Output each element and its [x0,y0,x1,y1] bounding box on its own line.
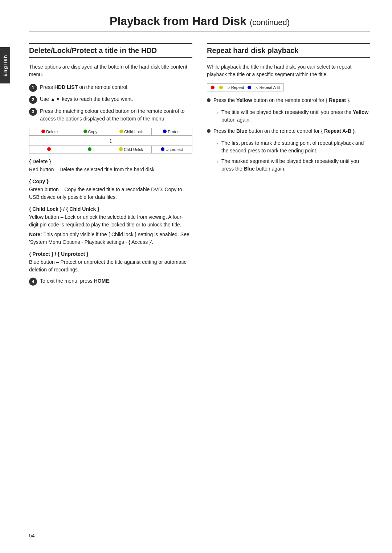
subsection-delete: { Delete } Red button – Delete the selec… [29,159,192,173]
bullet-blue-text: Press the Blue button on the remote cont… [213,127,356,135]
right-section-heading: Repeat hard disk playback [207,43,370,58]
bullet-dot-2 [207,129,211,133]
step-4: 4 To exit the menu, press HOME. [29,277,192,286]
dot-green-1 [83,130,87,133]
bullet-yellow-repeat: Press the Yellow button on the remote co… [207,97,370,104]
dot-red-2 [47,147,51,151]
cell-protect-label: Protect [152,128,192,135]
bullet-yellow-text: Press the Yellow button on the remote co… [213,97,350,104]
arrow-blue-text-2: The marked segment will be played back r… [221,157,370,173]
sidebar-tab: English [0,47,10,83]
protect-heading: { Protect } / { Unprotect } [29,251,192,257]
copy-heading: { Copy } [29,179,192,184]
dot-green-2 [88,147,91,151]
subsection-copy: { Copy } Green button – Copy the selecte… [29,179,192,201]
diagram-row-labels: Delete Copy Child Lock Protect [29,128,192,136]
repeat-ab-label: ○ Repeat A-B [256,85,280,90]
step-1-number: 1 [29,84,37,92]
step-2: 2 Use ▲▼ keys to reach the title you wan… [29,95,192,104]
subsection-protect: { Protect } / { Unprotect } Blue button … [29,251,192,274]
repeat-dot-red [211,86,215,89]
dot-red-1 [41,130,45,133]
diagram-arrow: ↕ [29,136,192,146]
left-intro: These options are displayed at the botto… [29,63,192,78]
childlock-text: Yellow button – Lock or unlock the selec… [29,213,192,229]
arrow-sym-1: → [213,108,219,124]
dot-yellow-2 [119,147,123,151]
cell-copy-label: Copy [70,128,111,135]
remote-diagram: Delete Copy Child Lock Protect ↕ [29,128,192,153]
arrow-blue-1: → The first press to mark the starting p… [207,139,370,155]
cell-childlock-label: Child Lock [111,128,152,135]
page-container: English Playback from Hard Disk (continu… [0,0,392,553]
cell-delete-dot [29,146,70,153]
repeat-label: ○ Repeat [228,85,244,90]
arrow-blue-2: → The marked segment will be played back… [207,157,370,173]
dot-blue-1 [163,130,167,133]
protect-text: Blue button – Protect or unprotect the t… [29,258,192,274]
delete-heading: { Delete } [29,159,192,164]
step-4-text: To exit the menu, press HOME. [40,277,192,285]
step-2-text: Use ▲▼ keys to reach the title you want. [40,95,192,103]
arrow-blue-text-1: The first press to mark the starting poi… [221,139,370,155]
left-column: Delete/Lock/Protect a title in the HDD T… [29,43,192,289]
dot-blue-2 [161,147,164,151]
diagram-row-dots: Chld Unlck Unprotect [29,146,192,153]
step-1-text: Press HDD LIST on the remote control. [40,83,192,91]
delete-text: Red button – Delete the selected title f… [29,166,192,173]
right-intro: While playback the title in the hard dis… [207,63,370,78]
arrow-yellow-1: → The title will be played back repeated… [207,108,370,124]
left-section-heading: Delete/Lock/Protect a title in the HDD [29,43,192,58]
step-4-number: 4 [29,278,37,286]
cell-delete-label: Delete [29,128,70,135]
cell-copy-dot [70,146,111,153]
arrow-sym-3: → [213,157,219,173]
bullet-blue-repeat: Press the Blue button on the remote cont… [207,127,370,135]
content-columns: Delete/Lock/Protect a title in the HDD T… [29,43,370,289]
step-3: 3 Press the matching colour coded button… [29,107,192,123]
arrow-sym-2: → [213,139,219,155]
step-3-text: Press the matching colour coded button o… [40,107,192,123]
copy-text: Green button – Copy the selected title t… [29,186,192,201]
sidebar-label: English [3,54,8,77]
main-title: Playback from Hard Disk (continued) [29,15,370,32]
childlock-note: Note: This option only visible if the { … [29,231,192,246]
cell-childunlck-label: Chld Unlck [111,146,152,153]
page-number: 54 [29,533,35,538]
repeat-diagram: ○ Repeat ○ Repeat A-B [207,83,284,91]
arrow-yellow-text-1: The title will be played back repeatedly… [221,108,370,124]
repeat-dot-yellow [219,86,223,89]
bullet-dot-1 [207,98,211,102]
childlock-heading: { Child Lock } / { Chld Unlck } [29,206,192,212]
right-column: Repeat hard disk playback While playback… [207,43,370,176]
step-3-number: 3 [29,108,37,116]
step-2-number: 2 [29,96,37,104]
subsection-childlock: { Child Lock } / { Chld Unlck } Yellow b… [29,206,192,246]
cell-unprotect-label: Unprotect [152,146,192,153]
repeat-dot-blue [248,86,251,89]
dot-yellow-1 [119,130,123,133]
step-1: 1 Press HDD LIST on the remote control. [29,83,192,92]
